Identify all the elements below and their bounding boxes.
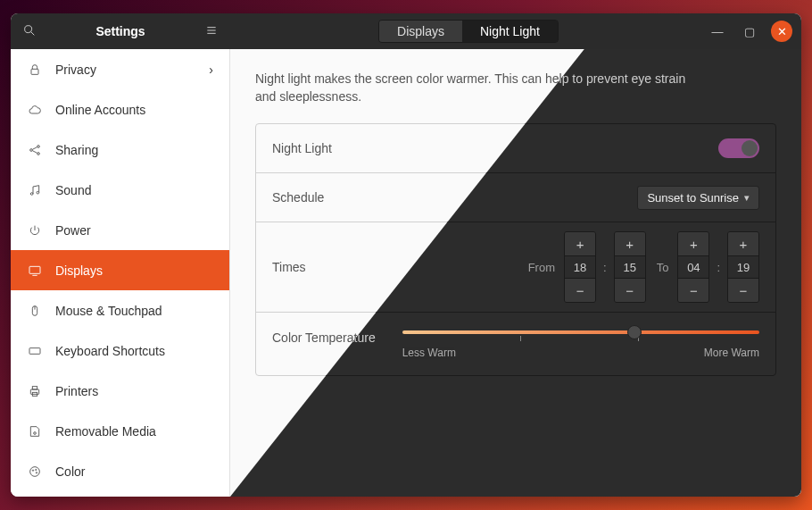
settings-sidebar: Privacy›Online AccountsSharingSoundPower…: [11, 49, 230, 497]
schedule-dropdown[interactable]: Sunset to Sunrise: [637, 186, 759, 210]
tab-displays[interactable]: Displays: [379, 21, 462, 42]
sidebar-item-label: Privacy: [55, 63, 96, 77]
window-title: Settings: [43, 24, 198, 38]
slider-thumb[interactable]: [627, 325, 642, 339]
schedule-value: Sunset to Sunrise: [647, 191, 739, 205]
svg-rect-22: [32, 386, 37, 389]
share-icon: [27, 142, 43, 158]
from-hours-value: 18: [565, 255, 595, 279]
schedule-row-label: Schedule: [272, 190, 324, 205]
to-minutes-spinner[interactable]: +19−: [727, 231, 759, 303]
svg-line-10: [32, 150, 37, 153]
svg-rect-21: [30, 389, 38, 394]
sidebar-item-accounts[interactable]: Online Accounts: [11, 89, 229, 130]
to-hours-spinner[interactable]: +04−: [677, 231, 709, 303]
chevron-right-icon: ›: [209, 63, 213, 77]
search-icon: [22, 23, 37, 40]
minus-icon[interactable]: −: [615, 279, 645, 302]
svg-point-27: [36, 469, 37, 470]
palette-icon: [27, 464, 43, 480]
svg-rect-13: [29, 266, 40, 273]
window-close-button[interactable]: ✕: [771, 21, 792, 42]
times-row-label: Times: [272, 260, 306, 274]
svg-rect-5: [31, 69, 38, 74]
music-icon: [27, 182, 43, 198]
sidebar-item-privacy[interactable]: Privacy›: [11, 49, 229, 89]
sidebar-item-sound[interactable]: Sound: [11, 170, 229, 210]
plus-icon[interactable]: +: [678, 232, 708, 255]
times-from-group: From +18− : +15−: [525, 231, 646, 303]
svg-rect-17: [29, 347, 40, 354]
sidebar-item-label: Power: [55, 223, 91, 238]
minus-icon[interactable]: −: [678, 279, 708, 302]
svg-line-1: [31, 32, 34, 35]
power-icon: [27, 222, 43, 238]
svg-point-24: [34, 431, 37, 434]
panel-tab-switcher: Displays Night Light: [378, 20, 559, 43]
sidebar-item-color[interactable]: Color: [11, 451, 229, 491]
search-button[interactable]: [16, 19, 43, 44]
mouse-icon: [27, 303, 43, 319]
sidebar-item-label: Sound: [55, 183, 91, 197]
to-minutes-value: 19: [728, 255, 758, 279]
sidebar-item-label: Mouse & Touchpad: [55, 304, 162, 318]
svg-point-11: [30, 192, 33, 195]
sidebar-item-keyboard[interactable]: Keyboard Shortcuts: [11, 330, 229, 371]
plus-icon[interactable]: +: [728, 232, 758, 255]
window-minimize-button[interactable]: —: [707, 21, 728, 42]
close-icon: ✕: [777, 25, 787, 38]
sidebar-item-sharing[interactable]: Sharing: [11, 130, 229, 170]
from-minutes-spinner[interactable]: +15−: [614, 231, 646, 303]
hamburger-icon: [204, 23, 219, 40]
svg-point-28: [36, 472, 37, 472]
minus-icon[interactable]: −: [728, 279, 758, 302]
printer-icon: [27, 383, 43, 399]
sidebar-item-displays[interactable]: Displays: [11, 250, 229, 290]
svg-point-7: [37, 145, 40, 147]
plus-icon[interactable]: +: [565, 232, 595, 255]
sidebar-item-label: Printers: [55, 384, 98, 398]
svg-point-8: [37, 152, 40, 155]
keyboard-icon: [27, 343, 43, 359]
plus-icon[interactable]: +: [615, 232, 645, 255]
night-light-toggle[interactable]: [718, 138, 759, 158]
sidebar-item-power[interactable]: Power: [11, 210, 229, 250]
svg-point-6: [30, 148, 33, 151]
window-maximize-button[interactable]: ▢: [739, 21, 760, 42]
from-label: From: [528, 261, 555, 274]
maximize-icon: ▢: [744, 25, 755, 38]
minimize-icon: —: [712, 25, 724, 38]
times-to-group: To +04− : +19−: [653, 231, 759, 303]
sidebar-item-label: Displays: [55, 263, 103, 278]
from-minutes-value: 15: [615, 255, 645, 279]
svg-line-9: [32, 146, 37, 149]
monitor-icon: [27, 263, 43, 279]
minus-icon[interactable]: −: [565, 279, 595, 302]
less-warm-label: Less Warm: [402, 347, 456, 359]
hamburger-menu-button[interactable]: [198, 19, 225, 44]
svg-point-25: [30, 466, 40, 476]
sidebar-item-label: Sharing: [55, 143, 98, 157]
sidebar-item-mouse[interactable]: Mouse & Touchpad: [11, 290, 229, 330]
sidebar-item-label: Online Accounts: [55, 103, 145, 117]
svg-point-12: [37, 191, 39, 194]
from-hours-spinner[interactable]: +18−: [564, 231, 596, 303]
tab-night-light[interactable]: Night Light: [462, 21, 558, 42]
lock-icon: [27, 62, 43, 78]
svg-point-26: [32, 470, 33, 471]
to-label: To: [657, 261, 669, 274]
sidebar-item-removable[interactable]: Removable Media: [11, 411, 229, 451]
more-warm-label: More Warm: [704, 347, 759, 359]
sidebar-item-label: Removable Media: [55, 424, 156, 439]
cloud-icon: [27, 102, 43, 118]
sidebar-item-printers[interactable]: Printers: [11, 371, 229, 411]
sidebar-item-label: Keyboard Shortcuts: [55, 344, 165, 358]
disk-icon: [27, 423, 43, 439]
svg-point-0: [25, 25, 32, 32]
sidebar-item-label: Color: [55, 464, 85, 479]
color-temperature-slider[interactable]: [402, 330, 759, 334]
night-light-row-label: Night Light: [272, 141, 332, 155]
to-hours-value: 04: [678, 255, 708, 279]
